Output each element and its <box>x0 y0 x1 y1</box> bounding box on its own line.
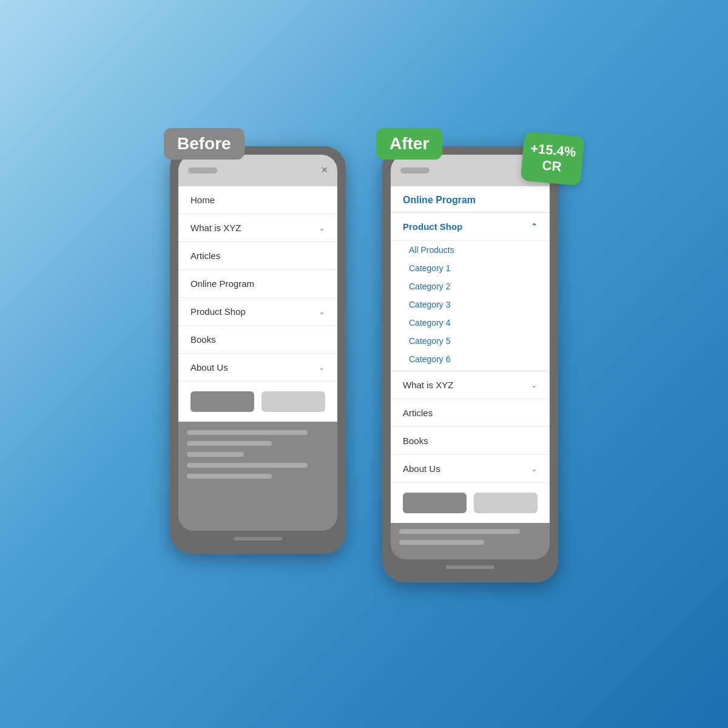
after-menu-books[interactable]: Books <box>391 427 550 455</box>
before-cta-light[interactable] <box>261 391 325 412</box>
before-body-line-4 <box>187 463 308 468</box>
before-cta-dark[interactable] <box>190 391 254 412</box>
before-menu-about-label: About Us <box>190 362 228 372</box>
before-menu-books-label: Books <box>190 334 216 345</box>
before-menu-online-program[interactable]: Online Program <box>178 270 337 298</box>
before-footer-bar <box>234 537 282 541</box>
after-label: After <box>376 128 442 160</box>
before-menu-product-label: Product Shop <box>190 306 246 317</box>
before-menu-what-is-xyz[interactable]: What is XYZ ⌄ <box>178 214 337 242</box>
after-menu-articles[interactable]: Articles <box>391 399 550 427</box>
after-online-program[interactable]: Online Program <box>391 186 550 212</box>
after-menu: Online Program Product Shop ⌃ All Produc… <box>391 186 550 523</box>
after-chevron-product: ⌃ <box>531 222 538 231</box>
after-menu-what-is-xyz[interactable]: What is XYZ ⌄ <box>391 371 550 399</box>
after-body <box>391 523 550 559</box>
after-notch <box>400 167 430 174</box>
before-footer <box>178 531 337 545</box>
after-panel: After +15.4% CR × Online Program <box>382 146 558 582</box>
cr-badge-percent: +15.4% <box>530 140 576 159</box>
cr-badge: +15.4% CR <box>520 131 584 185</box>
after-footer <box>391 559 550 574</box>
after-chevron-about: ⌄ <box>531 464 538 473</box>
before-menu: Home What is XYZ ⌄ Articles Online Progr… <box>178 186 337 422</box>
after-sub-cat2-label: Category 2 <box>409 281 450 291</box>
before-menu-books[interactable]: Books <box>178 326 337 354</box>
after-online-program-label: Online Program <box>403 195 476 206</box>
after-sub-cat4-label: Category 4 <box>409 318 450 328</box>
cr-badge-text: CR <box>541 158 562 175</box>
after-product-shop[interactable]: Product Shop ⌃ <box>391 213 550 241</box>
before-body <box>178 422 337 531</box>
after-sub-cat4[interactable]: Category 4 <box>391 314 550 332</box>
before-menu-product-shop[interactable]: Product Shop ⌄ <box>178 298 337 326</box>
before-menu-home[interactable]: Home <box>178 186 337 214</box>
after-cta-light[interactable] <box>474 493 538 513</box>
after-chevron-what: ⌄ <box>531 380 538 389</box>
after-menu-about-us[interactable]: About Us ⌄ <box>391 455 550 483</box>
before-phone: × Home What is XYZ ⌄ Articles Onlin <box>170 146 346 554</box>
after-menu-articles-label: Articles <box>403 408 433 418</box>
after-menu-about-label: About Us <box>403 463 440 474</box>
after-menu-books-label: Books <box>403 436 428 446</box>
before-panel: Before × Home What is XYZ ⌄ <box>170 146 346 554</box>
before-body-line-5 <box>187 474 272 479</box>
before-cta-row <box>178 382 337 422</box>
after-product-shop-label: Product Shop <box>403 221 462 232</box>
after-sub-cat6[interactable]: Category 6 <box>391 350 550 368</box>
before-body-line-3 <box>187 452 244 457</box>
after-sub-cat1[interactable]: Category 1 <box>391 259 550 277</box>
before-close-icon[interactable]: × <box>321 164 328 177</box>
after-sub-cat2[interactable]: Category 2 <box>391 277 550 295</box>
before-chevron-product: ⌄ <box>318 307 325 316</box>
after-sub-cat5[interactable]: Category 5 <box>391 332 550 350</box>
before-phone-inner: × Home What is XYZ ⌄ Articles Onlin <box>178 155 337 531</box>
after-menu-what-label: What is XYZ <box>403 380 453 390</box>
before-chevron-about: ⌄ <box>318 363 325 372</box>
after-sub-all-label: All Products <box>409 245 454 255</box>
after-phone: × Online Program Product Shop ⌃ <box>382 146 558 582</box>
after-submenu: All Products Category 1 Category 2 Categ… <box>391 241 550 371</box>
after-body-line-1 <box>399 529 520 534</box>
after-sub-all-products[interactable]: All Products <box>391 241 550 259</box>
after-sub-cat3-label: Category 3 <box>409 300 450 309</box>
before-menu-online-label: Online Program <box>190 278 254 289</box>
after-sub-cat6-label: Category 6 <box>409 354 450 364</box>
before-label: Before <box>164 128 244 160</box>
before-menu-articles[interactable]: Articles <box>178 242 337 270</box>
before-menu-articles-label: Articles <box>190 251 220 261</box>
main-container: Before × Home What is XYZ ⌄ <box>170 146 558 582</box>
after-sub-cat1-label: Category 1 <box>409 263 450 273</box>
before-menu-about-us[interactable]: About Us ⌄ <box>178 354 337 382</box>
before-menu-home-label: Home <box>190 195 215 205</box>
before-body-line-1 <box>187 430 308 435</box>
before-notch <box>188 167 217 174</box>
before-menu-what-label: What is XYZ <box>190 223 241 233</box>
after-sub-cat5-label: Category 5 <box>409 336 450 346</box>
after-cta-row <box>391 483 550 523</box>
after-phone-inner: × Online Program Product Shop ⌃ <box>391 155 550 559</box>
after-sub-cat3[interactable]: Category 3 <box>391 295 550 314</box>
before-chevron-what: ⌄ <box>318 223 325 232</box>
before-body-line-2 <box>187 441 272 446</box>
after-body-line-2 <box>399 540 484 545</box>
after-footer-bar <box>446 565 494 569</box>
after-cta-dark[interactable] <box>403 493 467 513</box>
